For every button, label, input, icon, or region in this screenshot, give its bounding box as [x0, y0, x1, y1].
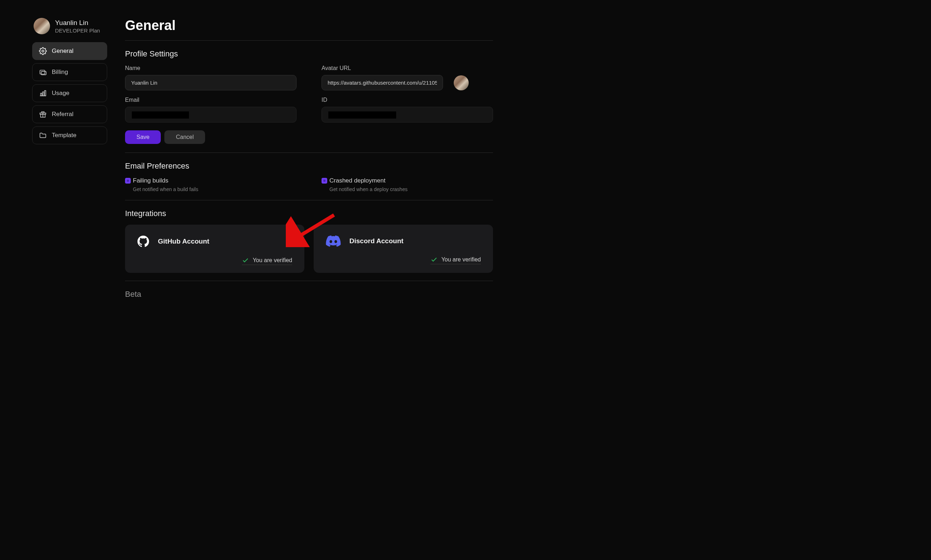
pref-failing-builds: Failing builds Get notified when a build…: [125, 177, 297, 192]
email-label: Email: [125, 97, 297, 103]
section-email-prefs: Email Preferences: [125, 162, 493, 171]
pref-title: Crashed deployment: [329, 177, 385, 184]
integration-title: Discord Account: [349, 237, 403, 245]
avatar: [34, 18, 50, 34]
user-block: Yuanlin Lin DEVELOPER Plan: [32, 18, 107, 34]
integration-github: GitHub Account You are verified: [125, 225, 305, 273]
sidebar-item-referral[interactable]: Referral: [32, 105, 107, 123]
section-profile: Profile Settings: [125, 49, 493, 58]
cancel-button[interactable]: Cancel: [164, 130, 205, 144]
save-button[interactable]: Save: [125, 130, 161, 144]
sidebar-item-template[interactable]: Template: [32, 126, 107, 144]
divider: [125, 152, 493, 153]
main-content: General Profile Settings Name Avatar URL…: [125, 18, 493, 299]
sidebar-item-label: Referral: [52, 111, 73, 118]
sidebar-item-usage[interactable]: Usage: [32, 84, 107, 102]
page-title: General: [125, 18, 493, 33]
section-integrations: Integrations: [125, 209, 493, 218]
svg-point-0: [42, 50, 44, 52]
pref-subtitle: Get notified when a build fails: [133, 186, 297, 192]
sidebar-nav: General Billing Usage Referral Template: [32, 42, 107, 144]
integration-discord: Discord Account You are verified: [314, 225, 493, 273]
user-name: Yuanlin Lin: [55, 19, 100, 27]
github-icon: [137, 235, 149, 248]
billing-icon: [39, 68, 47, 76]
pref-crashed-deployment: Crashed deployment Get notified when a d…: [322, 177, 493, 192]
integration-title: GitHub Account: [158, 237, 209, 245]
name-input[interactable]: [125, 75, 297, 90]
divider: [125, 281, 493, 281]
checkbox-crashed-deployment[interactable]: [322, 178, 327, 183]
id-label: ID: [322, 97, 493, 103]
sidebar-item-label: Template: [52, 132, 77, 139]
verified-text: You are verified: [252, 257, 292, 263]
divider: [125, 40, 493, 41]
divider: [125, 200, 493, 200]
sidebar-item-label: Usage: [52, 90, 69, 97]
integration-status: You are verified: [242, 257, 292, 265]
folder-icon: [39, 131, 47, 139]
user-plan: DEVELOPER Plan: [55, 28, 100, 34]
pref-subtitle: Get notified when a deploy crashes: [329, 186, 493, 192]
integration-status: You are verified: [431, 256, 481, 264]
svg-rect-3: [41, 93, 42, 96]
avatar-label: Avatar URL: [322, 65, 493, 71]
section-beta: Beta: [125, 290, 493, 299]
email-input[interactable]: [125, 107, 297, 123]
svg-rect-4: [43, 92, 44, 96]
chart-icon: [39, 89, 47, 97]
sidebar-item-general[interactable]: General: [32, 42, 107, 60]
checkbox-failing-builds[interactable]: [125, 178, 131, 183]
check-icon: [242, 257, 249, 264]
name-label: Name: [125, 65, 297, 71]
sidebar-item-label: General: [52, 48, 73, 55]
sidebar-item-label: Billing: [52, 69, 68, 76]
verified-text: You are verified: [441, 257, 481, 263]
svg-rect-1: [40, 70, 45, 74]
discord-icon: [326, 235, 341, 247]
sidebar-item-billing[interactable]: Billing: [32, 63, 107, 81]
avatar-preview: [454, 75, 469, 90]
check-icon: [431, 256, 438, 263]
id-display: [322, 107, 493, 123]
gift-icon: [39, 110, 47, 118]
avatar-url-input[interactable]: [322, 75, 443, 90]
sidebar: Yuanlin Lin DEVELOPER Plan General Billi…: [32, 18, 107, 299]
svg-rect-5: [45, 91, 46, 96]
gear-icon: [39, 47, 47, 55]
pref-title: Failing builds: [133, 177, 168, 184]
